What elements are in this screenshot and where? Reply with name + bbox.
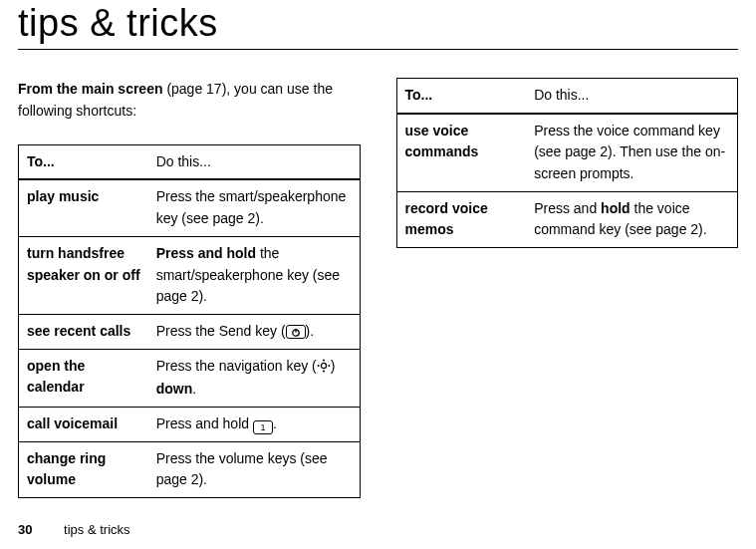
row-do: Press the navigation key () down.	[148, 349, 360, 407]
svg-point-3	[323, 359, 325, 361]
row-to: change ring volume	[19, 441, 148, 497]
row-to: play music	[19, 179, 148, 236]
table-row: open the calendarPress the navigation ke…	[19, 349, 361, 407]
row-do: Press the smart/speakerphone key (see pa…	[148, 179, 360, 236]
page-number: 30	[18, 522, 32, 537]
row-do: Press and hold 1.	[148, 407, 360, 441]
row-to: turn handsfree speaker on or off	[19, 236, 148, 314]
svg-point-4	[323, 370, 325, 372]
row-do: Press the Send key ().	[148, 314, 360, 349]
table-row: change ring volumePress the volume keys …	[19, 441, 361, 497]
page-title: tips & tricks	[18, 2, 738, 45]
table-row: record voice memosPress and hold the voi…	[396, 191, 738, 247]
tips-table-right: To... Do this... use voice commandsPress…	[396, 78, 739, 248]
tips-table-left: To... Do this... play musicPress the sma…	[18, 144, 361, 498]
intro-bold: From the main screen	[18, 81, 163, 97]
th-to: To...	[396, 79, 526, 114]
row-do: Press the voice command key (see page 2)…	[526, 114, 737, 192]
one-key-icon: 1	[253, 420, 273, 434]
svg-point-5	[317, 365, 319, 367]
svg-point-2	[321, 363, 326, 368]
row-do: Press the volume keys (see page 2).	[148, 441, 360, 497]
th-to: To...	[19, 144, 148, 179]
row-do: Press and hold the voice command key (se…	[526, 191, 737, 247]
send-key-icon	[286, 325, 306, 339]
title-rule	[18, 49, 738, 50]
th-do: Do this...	[148, 144, 360, 179]
table-row: play musicPress the smart/speakerphone k…	[19, 179, 361, 236]
left-column: From the main screen (page 17), you can …	[18, 78, 361, 498]
table-row: see recent callsPress the Send key ().	[19, 314, 361, 349]
svg-point-6	[328, 365, 330, 367]
intro-text: From the main screen (page 17), you can …	[18, 78, 361, 123]
table-row: use voice commandsPress the voice comman…	[396, 114, 738, 192]
page-footer: 30 tips & tricks	[18, 522, 130, 537]
th-do: Do this...	[526, 79, 737, 114]
row-to: use voice commands	[396, 114, 526, 192]
row-do: Press and hold the smart/speakerphone ke…	[148, 236, 360, 314]
table-row: turn handsfree speaker on or offPress an…	[19, 236, 361, 314]
nav-key-icon	[317, 358, 331, 380]
right-column: To... Do this... use voice commandsPress…	[396, 78, 739, 498]
row-to: see recent calls	[19, 314, 148, 349]
row-to: record voice memos	[396, 191, 526, 247]
content-columns: From the main screen (page 17), you can …	[18, 78, 738, 498]
row-to: call voicemail	[19, 407, 148, 441]
table-row: call voicemailPress and hold 1.	[19, 407, 361, 441]
footer-section: tips & tricks	[64, 522, 129, 537]
row-to: open the calendar	[19, 349, 148, 407]
